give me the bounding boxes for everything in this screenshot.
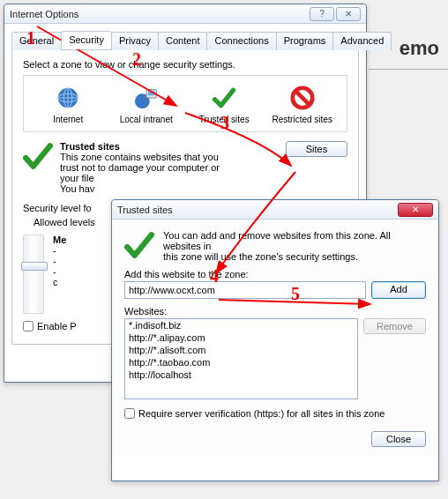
level-bullet: - <box>53 266 66 277</box>
enable-protected-checkbox[interactable] <box>23 321 34 331</box>
zone-prompt: Select a zone to view or change security… <box>23 59 347 70</box>
big-checkmark-icon <box>23 141 53 173</box>
list-item[interactable]: http://*.alipay.com <box>125 331 357 344</box>
trusted-sites-dialog: Trusted sites ✕ You can add and remove w… <box>111 199 439 481</box>
zone-trusted[interactable]: Trusted sites <box>192 83 256 124</box>
trusted-desc-line: This zone contains websites that you <box>60 152 286 162</box>
list-item[interactable]: *.indisoft.biz <box>125 319 357 331</box>
level-bullet: - <box>53 245 66 256</box>
zone-internet-label: Internet <box>36 115 100 124</box>
require-https-label: Require server verification (https:) for… <box>138 408 385 419</box>
list-item[interactable]: http://*.alisoft.com <box>125 344 357 356</box>
level-details: Me - - - c <box>53 235 66 314</box>
trusted-header: Trusted sites <box>60 141 286 152</box>
tab-advanced[interactable]: Advanced <box>332 32 392 50</box>
websites-listbox[interactable]: *.indisoft.biz http://*.alipay.com http:… <box>124 318 358 399</box>
security-level-slider[interactable] <box>23 235 44 314</box>
io-titlebar: Internet Options ? ✕ <box>4 4 366 24</box>
ts-checkmark-icon <box>124 230 154 262</box>
remove-button[interactable]: Remove <box>363 318 426 334</box>
ts-intro-line: You can add and remove websites from thi… <box>163 230 426 251</box>
zone-intranet-label: Local intranet <box>115 115 178 124</box>
svg-line-7 <box>295 91 310 106</box>
list-item[interactable]: http://localhost <box>125 369 357 381</box>
enable-protected-label: Enable P <box>37 321 77 331</box>
tab-privacy[interactable]: Privacy <box>111 32 159 50</box>
trusted-description: Trusted sites This zone contains website… <box>60 141 286 194</box>
close-button[interactable]: ✕ <box>336 7 361 21</box>
tab-general[interactable]: General <box>11 32 62 50</box>
add-button[interactable]: Add <box>371 281 426 299</box>
help-button[interactable]: ? <box>310 7 334 21</box>
globe-icon <box>36 83 100 113</box>
tab-strip: General Security Privacy Content Connect… <box>11 31 359 50</box>
zone-restricted[interactable]: Restricted sites <box>271 83 334 124</box>
restricted-icon <box>271 83 334 113</box>
websites-label: Websites: <box>124 306 426 317</box>
ts-titlebar: Trusted sites ✕ <box>112 200 438 220</box>
io-title: Internet Options <box>10 9 308 19</box>
zone-internet[interactable]: Internet <box>36 83 100 124</box>
sites-button[interactable]: Sites <box>286 141 347 157</box>
close-button[interactable]: Close <box>371 431 426 447</box>
background-divider <box>369 69 448 70</box>
ts-close-x-button[interactable]: ✕ <box>398 203 433 217</box>
slider-thumb[interactable] <box>21 262 48 271</box>
add-website-input[interactable] <box>124 281 366 299</box>
trusted-desc-line: trust not to damage your computer or <box>60 162 286 173</box>
checkmark-icon <box>192 83 256 113</box>
tab-content[interactable]: Content <box>158 32 208 50</box>
tab-security[interactable]: Security <box>61 31 112 49</box>
intranet-icon <box>115 83 178 113</box>
ts-title: Trusted sites <box>117 205 396 215</box>
level-name: Me <box>53 235 66 245</box>
zone-restricted-label: Restricted sites <box>271 115 334 124</box>
level-bullet: - <box>53 256 66 266</box>
zone-intranet[interactable]: Local intranet <box>115 83 178 124</box>
tab-connections[interactable]: Connections <box>206 32 276 50</box>
svg-rect-5 <box>148 92 155 96</box>
zone-trusted-label: Trusted sites <box>192 115 256 124</box>
level-bullet: c <box>53 277 66 287</box>
tab-programs[interactable]: Programs <box>276 32 334 50</box>
background-text: emo <box>399 37 439 60</box>
ts-intro: You can add and remove websites from thi… <box>163 230 426 262</box>
trusted-desc-line: your file <box>60 173 286 183</box>
zone-list: Internet Local intranet Trusted sites <box>23 75 347 132</box>
add-website-label: Add this website to the zone: <box>124 269 426 279</box>
require-https-checkbox[interactable] <box>124 408 135 419</box>
trusted-desc-line: You hav <box>60 183 286 194</box>
list-item[interactable]: http://*.taobao.com <box>125 356 357 369</box>
ts-intro-line: this zone will use the zone's security s… <box>163 251 426 262</box>
